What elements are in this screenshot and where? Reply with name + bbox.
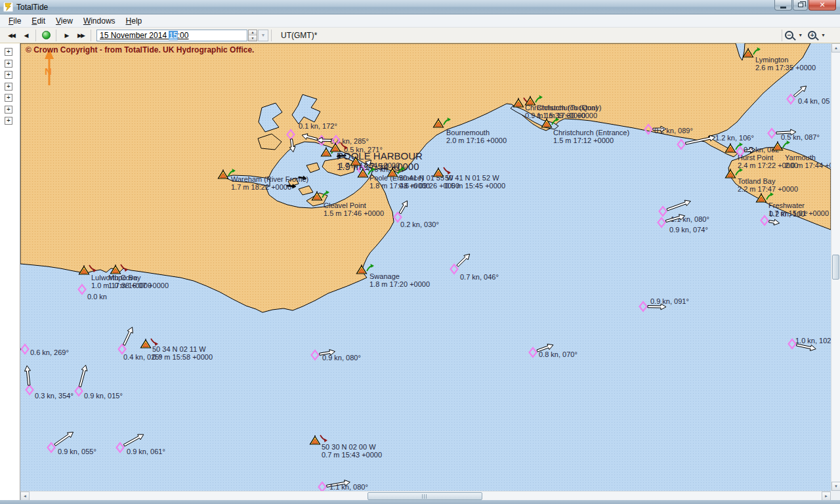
datetime-input[interactable]: 15 November 2014 15:00 bbox=[96, 30, 247, 41]
vertical-scrollbar[interactable]: ▲ ▼ bbox=[831, 43, 840, 491]
close-icon: ✕ bbox=[819, 1, 825, 9]
station-info-label: 1.1 m 17:30 +0000 bbox=[537, 112, 597, 119]
station-info-label: 1.5 m 17:12 +0000 bbox=[553, 136, 614, 144]
toolbar-separator bbox=[35, 30, 36, 41]
station-info-label: 0.9 m 15:58 +0000 bbox=[152, 353, 213, 361]
menu-windows[interactable]: Windows bbox=[78, 15, 121, 27]
selected-hour: 15 bbox=[169, 31, 177, 40]
toolbar: ◀◀ ◀ ▶ ▶▶ 15 November 2014 15:00 ▲ ▼ ▼ U… bbox=[0, 28, 840, 43]
timezone-label: UT(GMT)* bbox=[281, 31, 317, 40]
scroll-left-icon[interactable]: ◄ bbox=[20, 492, 30, 501]
zoom-out-icon[interactable]: − bbox=[785, 31, 793, 39]
station-name-label: 50 34 N 02 11 W bbox=[152, 345, 206, 353]
title-bar: TotalTide ✕ bbox=[0, 0, 840, 14]
current-label: 0.9 kn, 074° bbox=[669, 226, 708, 234]
current-label: 0.3 kn, 354° bbox=[35, 392, 74, 400]
tree-expand-button[interactable]: + bbox=[5, 94, 12, 102]
station-info-label: 2.2 m 17:47 +0000 bbox=[738, 185, 798, 193]
window-bottom-frame bbox=[0, 500, 840, 504]
calendar-dropdown-button[interactable]: ▼ bbox=[258, 30, 268, 41]
menu-view[interactable]: View bbox=[51, 15, 78, 27]
copyright-text: © Crown Copyright - from TotalTide. UK H… bbox=[26, 45, 254, 54]
chart-map[interactable]: N © Crown Copyright - from TotalTide. UK… bbox=[20, 43, 831, 491]
station-name-label: Christchurch (Quay) bbox=[537, 104, 601, 112]
now-button[interactable] bbox=[39, 29, 53, 41]
tree-expand-button[interactable]: + bbox=[5, 48, 12, 56]
current-label: 0.9 kn, 080° bbox=[322, 354, 361, 362]
current-label: 0.1 kn, 172° bbox=[299, 122, 337, 130]
station-info-label: 0.7 m 15:43 +0000 bbox=[322, 451, 382, 459]
horizontal-scroll-thumb[interactable] bbox=[368, 492, 482, 500]
current-label: 0.9 kn, 015° bbox=[84, 392, 123, 400]
current-label: 0.6 kn, 269° bbox=[30, 348, 69, 356]
toolbar-separator bbox=[782, 30, 782, 41]
step-forward-button[interactable]: ▶ bbox=[59, 29, 74, 41]
minimize-icon bbox=[780, 7, 786, 9]
current-label: 0.9 kn, 091° bbox=[650, 297, 689, 305]
station-info-label: 2.6 m 17:35 +0000 bbox=[755, 64, 816, 72]
current-label: 0.0 kn bbox=[87, 293, 107, 301]
datetime-spinner[interactable]: ▲ ▼ bbox=[248, 30, 257, 41]
station-name-label: Freshwater bbox=[768, 201, 805, 209]
north-letter: N bbox=[45, 66, 52, 77]
station-info-label: 2.0 m 17:16 +0000 bbox=[446, 136, 507, 144]
tree-expand-button[interactable]: + bbox=[5, 60, 12, 68]
current-label: 0.5 kn, 087° bbox=[781, 133, 820, 141]
fast-forward-button[interactable]: ▶▶ bbox=[74, 29, 88, 41]
menu-help[interactable]: Help bbox=[121, 15, 148, 27]
date-text: 15 November 2014 bbox=[100, 31, 169, 40]
minimize-button[interactable] bbox=[774, 0, 792, 10]
station-name-label: Yarmouth bbox=[785, 154, 816, 161]
station-name-label: Christchurch (Entrance) bbox=[553, 129, 629, 136]
current-label: 1.0 kn, 102 bbox=[795, 337, 831, 345]
current-label: 1.1 kn, 080° bbox=[329, 483, 368, 491]
menu-file[interactable]: File bbox=[3, 15, 26, 27]
current-label: 0.9 kn, 055° bbox=[58, 448, 96, 455]
horizontal-scrollbar[interactable]: ◄ ► bbox=[20, 491, 831, 500]
station-name-label: Cleavel Point bbox=[324, 201, 366, 209]
station-info-label: 1.7 m 17:54 +0000 bbox=[339, 161, 400, 169]
station-name-label: 50 41 N 01 52 W bbox=[445, 174, 499, 182]
tree-expand-button[interactable]: + bbox=[5, 117, 12, 125]
station-name-label: Bournemouth bbox=[446, 129, 490, 136]
station-info-label: 2.0 m 17:44 +0000 bbox=[785, 161, 831, 169]
current-label: 0.4 kn, 05 bbox=[798, 97, 830, 105]
station-info-label: 1.7 m 18:22 +0000 bbox=[231, 183, 291, 191]
station-info-label: 1.8 m 17:20 +0000 bbox=[369, 280, 430, 288]
scroll-up-icon[interactable]: ▲ bbox=[831, 43, 840, 52]
scroll-down-icon[interactable]: ▼ bbox=[831, 482, 840, 491]
window-title: TotalTide bbox=[16, 3, 48, 12]
restore-button[interactable] bbox=[793, 0, 808, 10]
spin-down-icon[interactable]: ▼ bbox=[249, 35, 257, 41]
station-info-label: 0.5 m 15:45 +0000 bbox=[445, 182, 505, 190]
tree-expand-button[interactable]: + bbox=[5, 106, 12, 114]
now-icon bbox=[42, 31, 51, 39]
current-label: 0.9 kn, 061° bbox=[127, 448, 165, 455]
rewind-button[interactable]: ◀◀ bbox=[4, 29, 18, 41]
zoom-in-caret-icon[interactable]: ▼ bbox=[821, 33, 826, 37]
current-label: 0.2 kn, 089° bbox=[654, 127, 693, 135]
current-label: 0.2 kn, 030° bbox=[400, 220, 439, 228]
station-name-label: Lymington bbox=[755, 56, 788, 64]
zoom-out-caret-icon[interactable]: ▼ bbox=[798, 33, 803, 37]
chart-list-sidebar: +++++++ bbox=[0, 43, 20, 504]
step-back-button[interactable]: ◀ bbox=[18, 29, 33, 41]
thumb-grip bbox=[422, 494, 428, 499]
station-name-label: Swanage bbox=[369, 272, 400, 280]
restore-icon bbox=[798, 3, 803, 7]
close-button[interactable]: ✕ bbox=[808, 0, 836, 10]
zoom-controls: − ▼ + ▼ bbox=[779, 30, 831, 41]
tree-expand-button[interactable]: + bbox=[5, 83, 12, 91]
scrollbar-corner bbox=[831, 491, 840, 500]
vertical-scroll-thumb[interactable] bbox=[832, 255, 839, 280]
spin-up-icon[interactable]: ▲ bbox=[249, 30, 257, 36]
tree-expand-button[interactable]: + bbox=[5, 71, 12, 79]
station-info-label: 1.5 m 17:46 +0000 bbox=[324, 209, 384, 217]
station-name-label: Totland Bay bbox=[738, 177, 776, 185]
zoom-in-icon[interactable]: + bbox=[808, 31, 816, 39]
menu-edit[interactable]: Edit bbox=[26, 15, 51, 27]
station-name-label: Wareham (River Frome) bbox=[231, 175, 308, 183]
scroll-right-icon[interactable]: ► bbox=[822, 492, 831, 501]
current-label: 0.8 kn, 070° bbox=[539, 350, 578, 358]
toolbar-separator bbox=[91, 30, 91, 41]
